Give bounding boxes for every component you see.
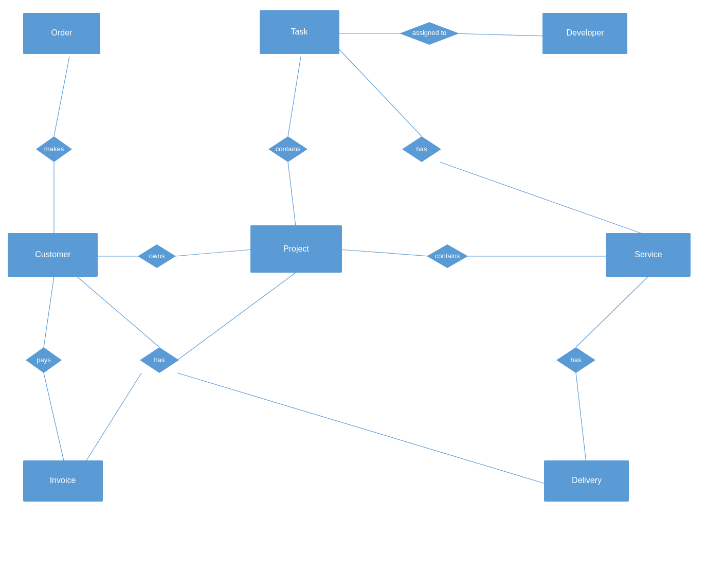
entity-delivery-label: Delivery — [572, 476, 602, 485]
relation-pays-label: pays — [37, 356, 51, 364]
relation-contains1-label: contains — [276, 145, 301, 153]
entity-task-label: Task — [291, 27, 309, 36]
line-customer-has2 — [77, 277, 159, 347]
line-developer-assignedto — [452, 33, 545, 36]
relation-has2-label: has — [154, 356, 165, 364]
entity-project-label: Project — [283, 244, 309, 253]
relation-assigned-to-label: assigned to — [412, 29, 447, 37]
entity-order-label: Order — [51, 28, 73, 37]
relation-owns-label: owns — [149, 252, 165, 260]
entity-service-label: Service — [635, 250, 662, 259]
line-order-makes — [54, 57, 69, 136]
relation-has1-label: has — [417, 145, 427, 153]
line-task-has1 — [327, 36, 422, 136]
line-task-contains1 — [288, 57, 301, 136]
line-pays-invoice — [44, 373, 64, 463]
line-has3-delivery — [576, 373, 586, 463]
entity-developer-label: Developer — [567, 28, 605, 37]
entity-invoice-label: Invoice — [50, 476, 76, 485]
line-contains1-project — [288, 162, 296, 226]
relation-contains2-label: contains — [435, 252, 460, 260]
line-owns-project — [175, 250, 252, 256]
line-has1-service — [440, 162, 648, 236]
line-project-contains2 — [339, 250, 429, 256]
line-has2-delivery — [177, 373, 545, 484]
line-customer-pays — [44, 277, 54, 347]
entity-customer-label: Customer — [35, 250, 71, 259]
er-diagram: Order Task Developer Customer Project Se… — [0, 0, 724, 588]
line-service-has3 — [576, 277, 648, 347]
line-has2-invoice — [85, 373, 141, 463]
relation-makes-label: makes — [44, 145, 64, 153]
relation-has3-label: has — [571, 356, 582, 364]
line-project-has2 — [177, 273, 296, 360]
